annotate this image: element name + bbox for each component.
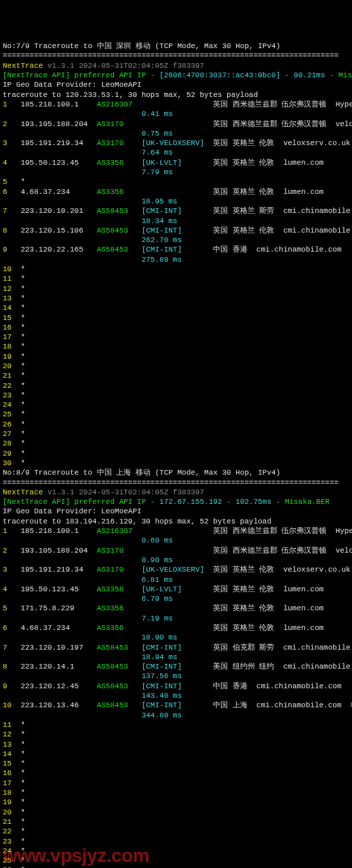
terminal-output: No:7/9 Traceroute to 中国 深圳 移动 (TCP Mode,…	[3, 41, 352, 868]
